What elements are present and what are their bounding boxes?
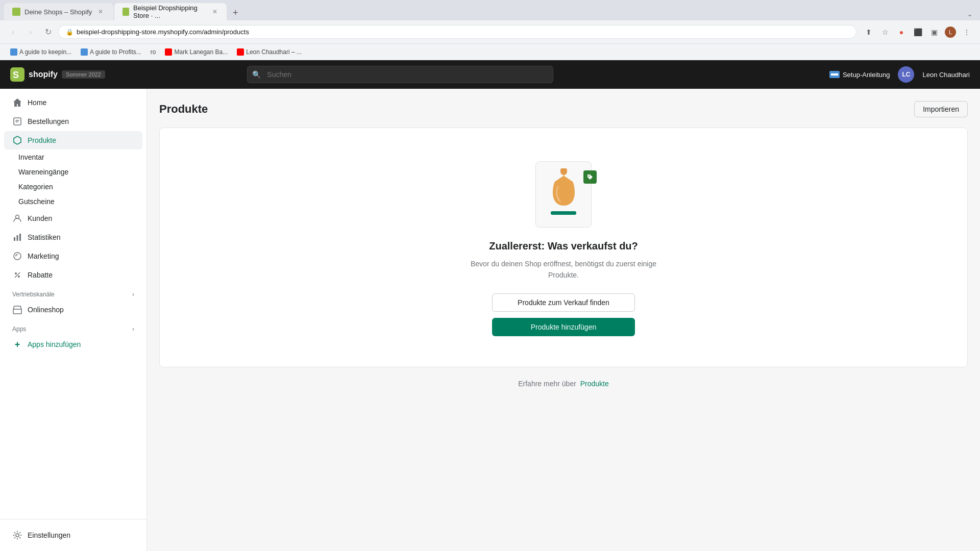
setup-flag-icon <box>829 71 840 78</box>
shopify-header-right: Setup-Anleitung LC Leon Chaudhari <box>829 66 970 83</box>
bookmark-star-icon[interactable]: ☆ <box>878 25 892 39</box>
sidebar-item-statistiken[interactable]: Statistiken <box>4 228 142 246</box>
orders-icon <box>12 116 22 127</box>
menu-icon[interactable]: ⋮ <box>960 25 974 39</box>
customers-icon <box>12 213 22 223</box>
sidebar-item-produkte-label: Produkte <box>28 136 56 144</box>
bookmark-5[interactable]: Leon Chaudhari – ... <box>233 47 306 57</box>
tab-2-close[interactable]: ✕ <box>211 7 218 16</box>
bookmark-2-label: A guide to Profits... <box>90 48 141 56</box>
empty-state-card: Zuallererst: Was verkaufst du? Bevor du … <box>159 128 968 367</box>
bookmark-4-favicon <box>165 48 172 56</box>
sidebar-item-kunden[interactable]: Kunden <box>4 209 142 228</box>
bookmark-3-label: ro <box>151 48 156 56</box>
bookmark-5-favicon <box>237 48 244 56</box>
svg-text:S: S <box>13 70 19 80</box>
sidebar-item-statistiken-label: Statistiken <box>28 233 61 241</box>
opera-icon[interactable]: ● <box>894 25 909 39</box>
reload-button[interactable]: ↻ <box>41 25 55 39</box>
sidebar-item-produkte[interactable]: Produkte <box>4 131 142 149</box>
user-name: Leon Chaudhari <box>922 71 970 79</box>
back-button[interactable]: ‹ <box>6 25 20 39</box>
sidebar-item-onlineshop[interactable]: Onlineshop <box>4 300 142 319</box>
plus-icon: + <box>12 339 22 349</box>
sidebar-item-marketing[interactable]: Marketing <box>4 247 142 265</box>
shopify-badge: Sommer 2022 <box>62 70 105 79</box>
bottle-icon <box>550 167 578 209</box>
find-products-button[interactable]: Produkte zum Verkauf finden <box>492 293 635 312</box>
sidebar-sub-kategorien[interactable]: Kategorien <box>18 180 142 194</box>
sidebar-item-einstellungen[interactable]: Einstellungen <box>4 526 142 544</box>
shopify-logo[interactable]: S shopify Sommer 2022 <box>10 67 105 82</box>
sidebar-item-home[interactable]: Home <box>4 93 142 112</box>
search-input[interactable] <box>247 66 553 83</box>
share-icon[interactable]: ⬆ <box>862 25 876 39</box>
vertriebskanaele-section-label: Vertriebskanäle › <box>0 285 146 300</box>
wallet-icon[interactable]: ▣ <box>927 25 941 39</box>
shopify-wordmark: shopify <box>29 70 58 79</box>
apps-label-text: Apps <box>12 325 26 333</box>
tab-1[interactable]: Deine Shops – Shopify ✕ <box>4 3 113 20</box>
sidebar: Home Bestellungen Produkte <box>0 89 147 551</box>
bookmark-2[interactable]: A guide to Profits... <box>77 47 145 57</box>
tab-overflow-icon[interactable]: ⌄ <box>964 8 976 20</box>
products-icon <box>12 135 22 145</box>
bookmark-4[interactable]: Mark Lanegan Ba... <box>161 47 232 57</box>
address-bar[interactable]: 🔒 beispiel-dropshipping-store.myshopify.… <box>58 25 856 39</box>
tab-1-title: Deine Shops – Shopify <box>24 8 92 16</box>
bookmark-2-favicon <box>81 48 88 56</box>
apps-section-label: Apps › <box>0 319 146 335</box>
bookmark-1-favicon <box>10 48 17 56</box>
toolbar-icons: ⬆ ☆ ● ⬛ ▣ L ⋮ <box>862 25 974 39</box>
svg-rect-7 <box>19 234 21 241</box>
tab-2-title: Beispiel Dropshipping Store · ... <box>133 4 207 19</box>
tab-1-close[interactable]: ✕ <box>96 7 105 16</box>
bookmark-1-label: A guide to keepin... <box>19 48 71 56</box>
svg-rect-5 <box>14 237 15 241</box>
sidebar-item-bestellungen[interactable]: Bestellungen <box>4 112 142 131</box>
vertriebskanaele-expand-icon[interactable]: › <box>132 291 134 298</box>
empty-state-description: Bevor du deinen Shop eröffnest, benötigs… <box>467 258 660 281</box>
svg-rect-12 <box>13 309 21 314</box>
sidebar-sub-gutscheine[interactable]: Gutscheine <box>18 194 142 209</box>
setup-button[interactable]: Setup-Anleitung <box>829 71 890 79</box>
bookmarks-bar: A guide to keepin... A guide to Profits.… <box>0 44 980 60</box>
sidebar-sub-wareneingaenge[interactable]: Wareneingänge <box>18 165 142 179</box>
sidebar-item-onlineshop-label: Onlineshop <box>28 306 64 314</box>
apps-expand-icon[interactable]: › <box>132 325 134 333</box>
search-icon: 🔍 <box>252 70 261 79</box>
bookmark-3[interactable]: ro <box>146 47 160 57</box>
apps-hinzufuegen[interactable]: + Apps hinzufügen <box>4 335 142 354</box>
discounts-icon <box>12 270 22 280</box>
sidebar-item-rabatte[interactable]: Rabatte <box>4 266 142 284</box>
profile-avatar-icon[interactable]: L <box>943 25 958 39</box>
sidebar-sub-inventar[interactable]: Inventar <box>18 150 142 164</box>
empty-state-title: Zuallererst: Was verkaufst du? <box>489 240 638 252</box>
store-icon <box>12 305 22 315</box>
sidebar-item-einstellungen-label: Einstellungen <box>28 531 70 539</box>
sidebar-item-kunden-label: Kunden <box>28 214 52 222</box>
page-header: Produkte Importieren <box>159 101 968 117</box>
sidebar-item-rabatte-label: Rabatte <box>28 271 53 279</box>
svg-rect-3 <box>14 118 21 125</box>
svg-point-10 <box>18 276 20 278</box>
bookmark-1[interactable]: A guide to keepin... <box>6 47 76 57</box>
forward-button[interactable]: › <box>23 25 38 39</box>
browser-toolbar: ‹ › ↻ 🔒 beispiel-dropshipping-store.mysh… <box>0 20 980 44</box>
import-button[interactable]: Importieren <box>914 101 968 117</box>
extension-icon[interactable]: ⬛ <box>911 25 925 39</box>
new-tab-button[interactable]: + <box>228 5 243 20</box>
tab-2-favicon <box>122 8 129 16</box>
tab-2[interactable]: Beispiel Dropshipping Store · ... ✕ <box>114 3 227 20</box>
setup-button-label: Setup-Anleitung <box>843 71 890 79</box>
content-area: Produkte Importieren <box>147 89 980 551</box>
svg-point-9 <box>15 272 17 274</box>
sidebar-nav: Home Bestellungen Produkte <box>0 89 146 519</box>
home-icon <box>12 97 22 108</box>
add-products-button[interactable]: Produkte hinzufügen <box>492 318 635 336</box>
marketing-icon <box>12 251 22 261</box>
user-avatar: LC <box>898 66 914 83</box>
learn-more-link[interactable]: Produkte <box>580 380 609 388</box>
svg-point-14 <box>589 176 590 177</box>
sidebar-item-marketing-label: Marketing <box>28 252 59 260</box>
